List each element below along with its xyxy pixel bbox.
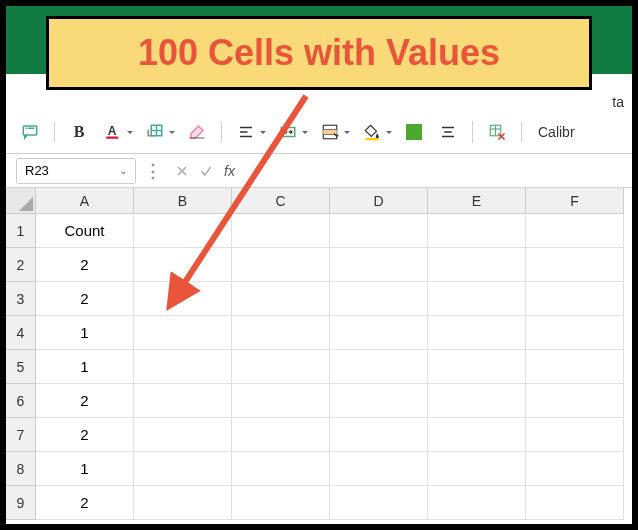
row-header[interactable]: 9 (6, 486, 36, 520)
cell[interactable] (232, 248, 330, 282)
comment-icon[interactable] (16, 118, 44, 146)
cell[interactable] (330, 214, 428, 248)
cell[interactable] (330, 384, 428, 418)
cell[interactable] (526, 384, 624, 418)
cell[interactable] (134, 214, 232, 248)
cell[interactable] (428, 316, 526, 350)
toolbar: B A Calibr (6, 110, 632, 154)
fill-color-button[interactable] (358, 118, 386, 146)
cell[interactable] (428, 384, 526, 418)
svg-rect-5 (106, 136, 118, 138)
row-header[interactable]: 5 (6, 350, 36, 384)
cell[interactable] (428, 418, 526, 452)
row-header[interactable]: 8 (6, 452, 36, 486)
cell[interactable] (526, 282, 624, 316)
row-header[interactable]: 4 (6, 316, 36, 350)
align-button[interactable] (232, 118, 260, 146)
cell[interactable] (428, 282, 526, 316)
svg-rect-18 (365, 138, 379, 140)
font-name-field[interactable]: Calibr (538, 124, 575, 140)
row-header[interactable]: 6 (6, 384, 36, 418)
cell[interactable] (134, 282, 232, 316)
cell[interactable] (134, 384, 232, 418)
row-header[interactable]: 7 (6, 418, 36, 452)
cell[interactable]: 2 (36, 282, 134, 316)
cell[interactable] (232, 486, 330, 520)
column-header[interactable]: C (232, 188, 330, 214)
cell[interactable] (232, 282, 330, 316)
cell[interactable]: 1 (36, 316, 134, 350)
table-row: 2 2 (6, 248, 632, 282)
cell[interactable] (232, 214, 330, 248)
table-row: 3 2 (6, 282, 632, 316)
cell[interactable] (526, 316, 624, 350)
cell[interactable] (330, 418, 428, 452)
cell[interactable] (526, 350, 624, 384)
cell[interactable]: 2 (36, 248, 134, 282)
cell[interactable] (330, 486, 428, 520)
select-all-corner[interactable] (6, 188, 36, 214)
cell[interactable] (526, 452, 624, 486)
cell[interactable] (526, 214, 624, 248)
cell[interactable] (428, 452, 526, 486)
tab-fragment[interactable]: ta (612, 94, 624, 110)
cell[interactable] (232, 350, 330, 384)
name-box[interactable]: R23 ⌄ (16, 158, 136, 184)
cell[interactable] (330, 282, 428, 316)
cell[interactable] (134, 486, 232, 520)
cell[interactable] (134, 350, 232, 384)
row-header[interactable]: 3 (6, 282, 36, 316)
fill-color-swatch[interactable] (400, 118, 428, 146)
formula-input[interactable] (241, 158, 632, 184)
column-header[interactable]: F (526, 188, 624, 214)
table-row: 9 2 (6, 486, 632, 520)
column-header[interactable]: E (428, 188, 526, 214)
clear-formatting-button[interactable] (183, 118, 211, 146)
chevron-down-icon[interactable]: ⌄ (119, 165, 127, 176)
separator (521, 121, 522, 143)
column-header[interactable]: D (330, 188, 428, 214)
cell[interactable] (428, 486, 526, 520)
row-header[interactable]: 2 (6, 248, 36, 282)
cell[interactable] (134, 316, 232, 350)
column-header[interactable]: A (36, 188, 134, 214)
bold-button[interactable]: B (65, 118, 93, 146)
delete-table-button[interactable] (483, 118, 511, 146)
separator: ⋮ (144, 160, 162, 182)
conditional-format-button[interactable] (316, 118, 344, 146)
insert-cells-button[interactable] (141, 118, 169, 146)
cell[interactable] (526, 418, 624, 452)
center-align-button[interactable] (434, 118, 462, 146)
cell[interactable]: 2 (36, 418, 134, 452)
cell[interactable] (330, 316, 428, 350)
cell[interactable] (330, 350, 428, 384)
cell[interactable] (232, 452, 330, 486)
font-color-button[interactable]: A (99, 118, 127, 146)
cell[interactable] (134, 418, 232, 452)
cell[interactable] (232, 418, 330, 452)
row-header[interactable]: 1 (6, 214, 36, 248)
cell[interactable] (134, 452, 232, 486)
cancel-icon[interactable] (170, 159, 194, 183)
cell[interactable] (232, 316, 330, 350)
cell[interactable] (526, 486, 624, 520)
cell[interactable]: Count (36, 214, 134, 248)
cell[interactable] (428, 248, 526, 282)
cell[interactable] (526, 248, 624, 282)
table-row: 4 1 (6, 316, 632, 350)
enter-icon[interactable] (194, 159, 218, 183)
cell[interactable]: 1 (36, 350, 134, 384)
cell[interactable] (134, 248, 232, 282)
cell[interactable] (232, 384, 330, 418)
cell[interactable]: 2 (36, 486, 134, 520)
column-header[interactable]: B (134, 188, 232, 214)
merge-button[interactable] (274, 118, 302, 146)
cell[interactable] (428, 214, 526, 248)
fx-label[interactable]: fx (224, 163, 235, 179)
cell[interactable] (428, 350, 526, 384)
cell[interactable]: 1 (36, 452, 134, 486)
cell[interactable] (330, 248, 428, 282)
cell[interactable]: 2 (36, 384, 134, 418)
callout-text: 100 Cells with Values (138, 32, 500, 74)
cell[interactable] (330, 452, 428, 486)
